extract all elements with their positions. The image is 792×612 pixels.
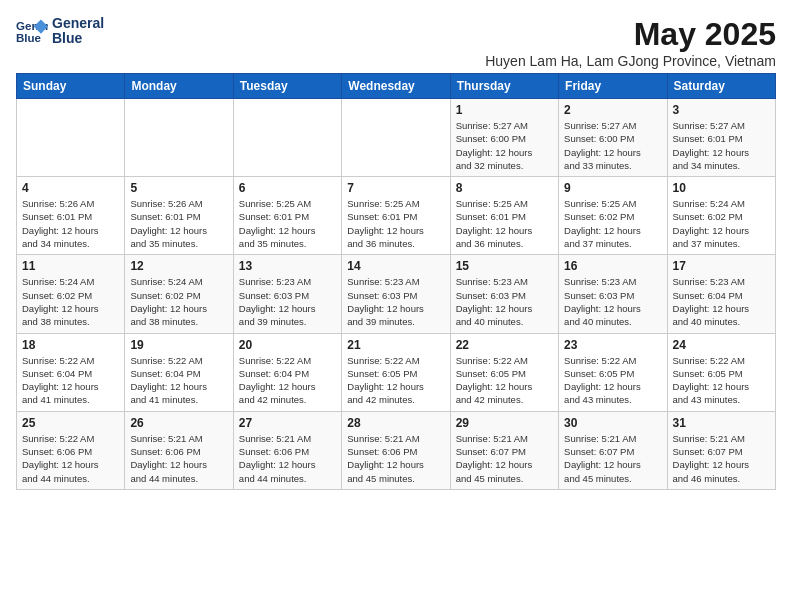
calendar-cell: 10Sunrise: 5:24 AM Sunset: 6:02 PM Dayli… <box>667 177 775 255</box>
week-row-3: 11Sunrise: 5:24 AM Sunset: 6:02 PM Dayli… <box>17 255 776 333</box>
week-row-1: 1Sunrise: 5:27 AM Sunset: 6:00 PM Daylig… <box>17 99 776 177</box>
day-number: 28 <box>347 416 444 430</box>
day-info: Sunrise: 5:24 AM Sunset: 6:02 PM Dayligh… <box>673 197 770 250</box>
logo-text-line1: General <box>52 16 104 31</box>
calendar-cell: 22Sunrise: 5:22 AM Sunset: 6:05 PM Dayli… <box>450 333 558 411</box>
day-number: 5 <box>130 181 227 195</box>
header-day-thursday: Thursday <box>450 74 558 99</box>
day-info: Sunrise: 5:21 AM Sunset: 6:06 PM Dayligh… <box>130 432 227 485</box>
day-number: 16 <box>564 259 661 273</box>
logo-text-line2: Blue <box>52 31 104 46</box>
day-number: 10 <box>673 181 770 195</box>
day-info: Sunrise: 5:22 AM Sunset: 6:05 PM Dayligh… <box>347 354 444 407</box>
day-number: 14 <box>347 259 444 273</box>
day-number: 4 <box>22 181 119 195</box>
day-info: Sunrise: 5:25 AM Sunset: 6:01 PM Dayligh… <box>347 197 444 250</box>
calendar-cell: 28Sunrise: 5:21 AM Sunset: 6:06 PM Dayli… <box>342 411 450 489</box>
day-info: Sunrise: 5:26 AM Sunset: 6:01 PM Dayligh… <box>130 197 227 250</box>
calendar-cell: 23Sunrise: 5:22 AM Sunset: 6:05 PM Dayli… <box>559 333 667 411</box>
day-number: 1 <box>456 103 553 117</box>
calendar-cell: 5Sunrise: 5:26 AM Sunset: 6:01 PM Daylig… <box>125 177 233 255</box>
day-number: 24 <box>673 338 770 352</box>
calendar-cell <box>233 99 341 177</box>
calendar-cell: 8Sunrise: 5:25 AM Sunset: 6:01 PM Daylig… <box>450 177 558 255</box>
day-number: 31 <box>673 416 770 430</box>
week-row-2: 4Sunrise: 5:26 AM Sunset: 6:01 PM Daylig… <box>17 177 776 255</box>
day-number: 27 <box>239 416 336 430</box>
calendar-cell: 19Sunrise: 5:22 AM Sunset: 6:04 PM Dayli… <box>125 333 233 411</box>
calendar-cell: 20Sunrise: 5:22 AM Sunset: 6:04 PM Dayli… <box>233 333 341 411</box>
header-day-saturday: Saturday <box>667 74 775 99</box>
header-day-tuesday: Tuesday <box>233 74 341 99</box>
calendar-cell: 14Sunrise: 5:23 AM Sunset: 6:03 PM Dayli… <box>342 255 450 333</box>
day-info: Sunrise: 5:24 AM Sunset: 6:02 PM Dayligh… <box>130 275 227 328</box>
header-day-wednesday: Wednesday <box>342 74 450 99</box>
day-number: 9 <box>564 181 661 195</box>
calendar-title: May 2025 <box>485 16 776 53</box>
day-info: Sunrise: 5:25 AM Sunset: 6:01 PM Dayligh… <box>239 197 336 250</box>
day-number: 25 <box>22 416 119 430</box>
logo-icon: General Blue <box>16 17 48 45</box>
day-number: 11 <box>22 259 119 273</box>
day-info: Sunrise: 5:23 AM Sunset: 6:03 PM Dayligh… <box>347 275 444 328</box>
svg-text:Blue: Blue <box>16 32 42 44</box>
day-number: 18 <box>22 338 119 352</box>
day-info: Sunrise: 5:23 AM Sunset: 6:03 PM Dayligh… <box>239 275 336 328</box>
calendar-cell: 25Sunrise: 5:22 AM Sunset: 6:06 PM Dayli… <box>17 411 125 489</box>
day-info: Sunrise: 5:22 AM Sunset: 6:06 PM Dayligh… <box>22 432 119 485</box>
day-number: 8 <box>456 181 553 195</box>
day-number: 30 <box>564 416 661 430</box>
calendar-body: 1Sunrise: 5:27 AM Sunset: 6:00 PM Daylig… <box>17 99 776 490</box>
calendar-cell: 3Sunrise: 5:27 AM Sunset: 6:01 PM Daylig… <box>667 99 775 177</box>
day-info: Sunrise: 5:25 AM Sunset: 6:01 PM Dayligh… <box>456 197 553 250</box>
day-info: Sunrise: 5:27 AM Sunset: 6:00 PM Dayligh… <box>456 119 553 172</box>
header-day-monday: Monday <box>125 74 233 99</box>
day-info: Sunrise: 5:22 AM Sunset: 6:05 PM Dayligh… <box>564 354 661 407</box>
day-info: Sunrise: 5:23 AM Sunset: 6:03 PM Dayligh… <box>456 275 553 328</box>
calendar-cell: 30Sunrise: 5:21 AM Sunset: 6:07 PM Dayli… <box>559 411 667 489</box>
day-number: 23 <box>564 338 661 352</box>
day-info: Sunrise: 5:24 AM Sunset: 6:02 PM Dayligh… <box>22 275 119 328</box>
calendar-cell: 1Sunrise: 5:27 AM Sunset: 6:00 PM Daylig… <box>450 99 558 177</box>
day-number: 22 <box>456 338 553 352</box>
day-number: 17 <box>673 259 770 273</box>
day-number: 15 <box>456 259 553 273</box>
day-number: 12 <box>130 259 227 273</box>
day-number: 3 <box>673 103 770 117</box>
page-header: General Blue General Blue May 2025 Huyen… <box>16 16 776 69</box>
calendar-cell: 7Sunrise: 5:25 AM Sunset: 6:01 PM Daylig… <box>342 177 450 255</box>
calendar-cell: 4Sunrise: 5:26 AM Sunset: 6:01 PM Daylig… <box>17 177 125 255</box>
day-number: 26 <box>130 416 227 430</box>
title-block: May 2025 Huyen Lam Ha, Lam GJong Provinc… <box>485 16 776 69</box>
week-row-4: 18Sunrise: 5:22 AM Sunset: 6:04 PM Dayli… <box>17 333 776 411</box>
day-number: 20 <box>239 338 336 352</box>
day-number: 19 <box>130 338 227 352</box>
calendar-cell: 31Sunrise: 5:21 AM Sunset: 6:07 PM Dayli… <box>667 411 775 489</box>
day-info: Sunrise: 5:22 AM Sunset: 6:05 PM Dayligh… <box>456 354 553 407</box>
calendar-cell: 15Sunrise: 5:23 AM Sunset: 6:03 PM Dayli… <box>450 255 558 333</box>
week-row-5: 25Sunrise: 5:22 AM Sunset: 6:06 PM Dayli… <box>17 411 776 489</box>
header-day-sunday: Sunday <box>17 74 125 99</box>
day-number: 6 <box>239 181 336 195</box>
calendar-cell: 17Sunrise: 5:23 AM Sunset: 6:04 PM Dayli… <box>667 255 775 333</box>
calendar-cell: 21Sunrise: 5:22 AM Sunset: 6:05 PM Dayli… <box>342 333 450 411</box>
day-info: Sunrise: 5:21 AM Sunset: 6:06 PM Dayligh… <box>239 432 336 485</box>
day-number: 21 <box>347 338 444 352</box>
day-info: Sunrise: 5:23 AM Sunset: 6:03 PM Dayligh… <box>564 275 661 328</box>
calendar-cell: 2Sunrise: 5:27 AM Sunset: 6:00 PM Daylig… <box>559 99 667 177</box>
day-info: Sunrise: 5:22 AM Sunset: 6:04 PM Dayligh… <box>130 354 227 407</box>
calendar-cell: 16Sunrise: 5:23 AM Sunset: 6:03 PM Dayli… <box>559 255 667 333</box>
calendar-cell: 9Sunrise: 5:25 AM Sunset: 6:02 PM Daylig… <box>559 177 667 255</box>
day-info: Sunrise: 5:21 AM Sunset: 6:07 PM Dayligh… <box>673 432 770 485</box>
calendar-cell: 6Sunrise: 5:25 AM Sunset: 6:01 PM Daylig… <box>233 177 341 255</box>
day-info: Sunrise: 5:22 AM Sunset: 6:04 PM Dayligh… <box>22 354 119 407</box>
day-info: Sunrise: 5:22 AM Sunset: 6:05 PM Dayligh… <box>673 354 770 407</box>
logo: General Blue General Blue <box>16 16 104 47</box>
calendar-cell: 18Sunrise: 5:22 AM Sunset: 6:04 PM Dayli… <box>17 333 125 411</box>
header-day-friday: Friday <box>559 74 667 99</box>
day-info: Sunrise: 5:21 AM Sunset: 6:06 PM Dayligh… <box>347 432 444 485</box>
calendar-cell <box>17 99 125 177</box>
day-info: Sunrise: 5:23 AM Sunset: 6:04 PM Dayligh… <box>673 275 770 328</box>
calendar-cell: 27Sunrise: 5:21 AM Sunset: 6:06 PM Dayli… <box>233 411 341 489</box>
day-info: Sunrise: 5:21 AM Sunset: 6:07 PM Dayligh… <box>456 432 553 485</box>
